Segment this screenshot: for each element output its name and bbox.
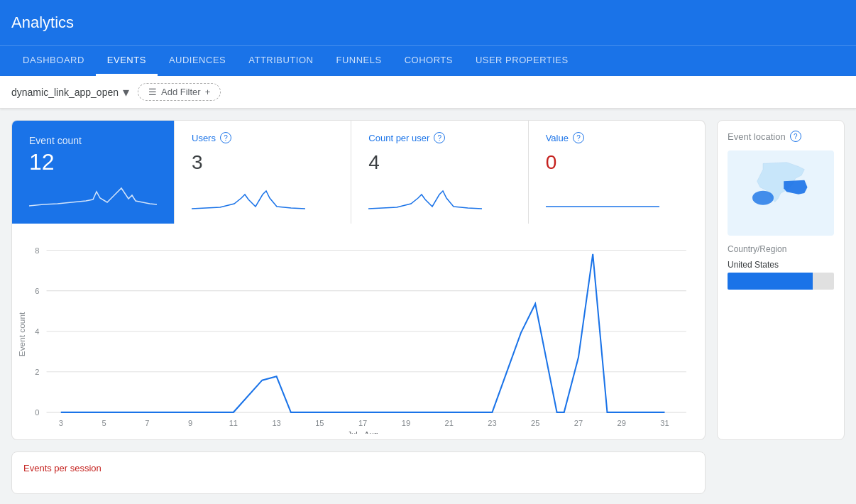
svg-text:2: 2: [35, 368, 39, 376]
right-panel: Event location ? Country/Region Uni: [717, 120, 845, 440]
value-label: Value: [546, 133, 569, 143]
users-mini-chart: [192, 184, 334, 212]
event-count-value: 12: [29, 149, 157, 175]
country-bar: [728, 273, 813, 290]
nav-funnels[interactable]: FUNNELS: [324, 46, 393, 76]
svg-point-29: [752, 191, 774, 205]
app-header: Analytics: [0, 0, 856, 45]
value-mini-chart: [546, 184, 688, 212]
country-row: United States: [728, 260, 834, 270]
event-selector-label: dynamic_link_app_open: [11, 87, 119, 98]
events-per-session-label: Events per session: [23, 463, 101, 473]
svg-text:7: 7: [145, 419, 149, 427]
filter-bar: dynamic_link_app_open ▾ ☰ Add Filter +: [0, 76, 856, 109]
add-filter-label: Add Filter: [161, 87, 201, 97]
svg-text:15: 15: [315, 419, 324, 427]
svg-text:25: 25: [531, 419, 539, 427]
count-per-user-header: Count per user ?: [368, 132, 510, 143]
event-location-card: Event location ? Country/Region Uni: [717, 120, 845, 440]
main-content: Event count 12 Users ? 3: [0, 109, 856, 451]
event-count-box: Event count 12: [12, 121, 174, 224]
country-region-label: Country/Region: [728, 244, 834, 254]
svg-text:17: 17: [358, 419, 367, 427]
event-location-label: Event location: [728, 131, 786, 142]
value-info-icon[interactable]: ?: [573, 132, 584, 143]
event-count-mini-chart: [29, 181, 157, 209]
svg-text:19: 19: [402, 419, 410, 427]
value-header: Value ?: [546, 132, 688, 143]
svg-text:27: 27: [574, 419, 583, 427]
nav-dashboard[interactable]: DASHBOARD: [11, 46, 96, 76]
count-per-user-value: 4: [368, 151, 510, 174]
users-header: Users ?: [192, 132, 334, 143]
users-info-icon[interactable]: ?: [220, 132, 231, 143]
left-panel: Event count 12 Users ? 3: [11, 120, 706, 440]
svg-text:6: 6: [35, 287, 39, 295]
event-count-label: Event count: [29, 135, 157, 146]
svg-text:11: 11: [229, 419, 238, 427]
nav-events[interactable]: EVENTS: [96, 46, 158, 76]
svg-text:13: 13: [272, 419, 280, 427]
svg-text:21: 21: [444, 419, 453, 427]
us-label: United States: [728, 260, 779, 270]
nav-bar: DASHBOARD EVENTS AUDIENCES ATTRIBUTION F…: [0, 45, 856, 76]
add-icon: +: [205, 87, 211, 97]
svg-text:23: 23: [488, 419, 496, 427]
svg-text:0: 0: [35, 408, 39, 417]
events-per-session-card: Events per session: [11, 451, 706, 494]
svg-text:Event count: Event count: [18, 312, 26, 356]
nav-attribution[interactable]: ATTRIBUTION: [237, 46, 324, 76]
users-value: 3: [192, 151, 334, 174]
add-filter-button[interactable]: ☰ Add Filter +: [138, 83, 221, 101]
svg-text:3: 3: [59, 419, 63, 427]
app-title: Analytics: [11, 13, 74, 32]
value-value: 0: [546, 151, 688, 174]
svg-text:9: 9: [188, 419, 192, 427]
svg-text:Jul - Aug: Jul - Aug: [347, 430, 378, 434]
event-location-info-icon[interactable]: ?: [790, 131, 801, 142]
svg-text:5: 5: [101, 419, 106, 427]
svg-text:4: 4: [35, 327, 40, 336]
svg-text:8: 8: [35, 246, 39, 255]
count-per-user-mini-chart: [368, 184, 510, 212]
map-area: [728, 150, 834, 236]
chart-container: 8 6 4 2 0 Event count 3 5 7 9 1: [18, 235, 693, 434]
nav-cohorts[interactable]: COHORTS: [393, 46, 464, 76]
bottom-right-spacer: [717, 451, 845, 494]
event-location-title: Event location ?: [728, 131, 834, 142]
nav-audiences[interactable]: AUDIENCES: [158, 46, 237, 76]
nav-user-properties[interactable]: USER PROPERTIES: [464, 46, 580, 76]
users-label: Users: [192, 133, 216, 143]
bottom-row: Events per session: [0, 451, 856, 504]
dropdown-arrow-icon: ▾: [123, 84, 129, 100]
event-selector[interactable]: dynamic_link_app_open ▾: [11, 84, 129, 100]
chart-area: 8 6 4 2 0 Event count 3 5 7 9 1: [11, 224, 706, 440]
map-svg: [728, 150, 834, 236]
svg-text:31: 31: [660, 419, 669, 427]
country-bar-container: [728, 273, 834, 290]
count-per-user-box: Count per user ? 4: [351, 121, 527, 224]
count-per-user-label: Count per user: [368, 133, 429, 143]
main-chart-svg: 8 6 4 2 0 Event count 3 5 7 9 1: [18, 235, 693, 434]
stats-row: Event count 12 Users ? 3: [12, 121, 705, 224]
value-box: Value ? 0: [528, 121, 705, 224]
stats-card: Event count 12 Users ? 3: [11, 120, 706, 224]
filter-icon: ☰: [148, 87, 157, 97]
count-per-user-info-icon[interactable]: ?: [434, 132, 445, 143]
users-box: Users ? 3: [174, 121, 351, 224]
svg-text:29: 29: [618, 419, 626, 427]
